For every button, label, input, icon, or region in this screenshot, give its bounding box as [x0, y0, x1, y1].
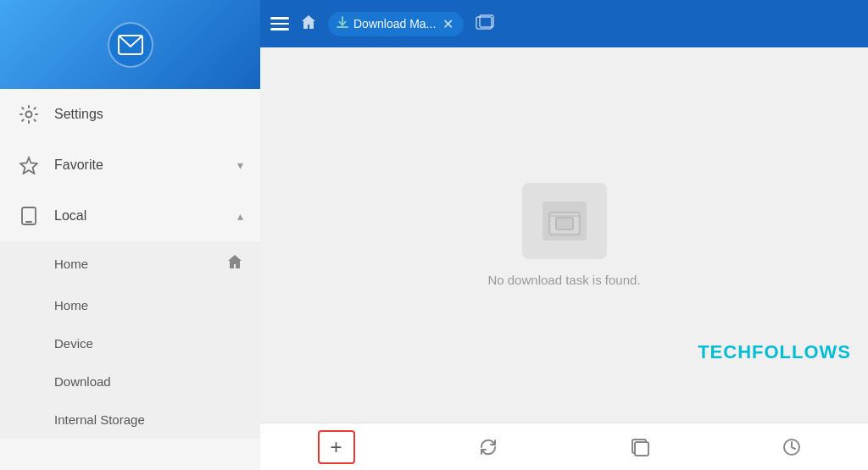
add-button-wrapper: + [311, 429, 362, 466]
svg-marker-2 [20, 158, 37, 174]
sidebar-item-settings[interactable]: Settings [0, 89, 260, 140]
new-tab-button[interactable] [472, 9, 498, 38]
home2-label: Home [54, 298, 243, 312]
topbar: Download Ma... ✕ [260, 0, 868, 47]
sidebar-subitem-device[interactable]: Device [0, 324, 260, 362]
mail-icon [118, 35, 143, 55]
bottom-toolbar: + [260, 423, 868, 470]
layers-button[interactable] [615, 429, 665, 466]
sidebar-nav: Settings Favorite ▾ Local ▴ [0, 89, 260, 470]
download-label: Download [54, 374, 243, 389]
sidebar-header [0, 0, 260, 89]
svg-point-1 [26, 112, 32, 118]
avatar [108, 22, 153, 68]
home-button[interactable] [298, 11, 320, 37]
internal-storage-label: Internal Storage [54, 412, 243, 427]
sidebar-subitem-internal-storage[interactable]: Internal Storage [0, 401, 260, 439]
download-manager-tab[interactable]: Download Ma... ✕ [328, 12, 464, 36]
phone-icon [17, 204, 41, 228]
main-content: Download Ma... ✕ No download tas [260, 0, 868, 470]
sidebar-subitem-home2[interactable]: Home [0, 286, 260, 324]
sidebar-item-favorite[interactable]: Favorite ▾ [0, 140, 260, 191]
menu-button[interactable] [270, 17, 289, 30]
layers-icon [630, 437, 650, 457]
tab-close-button[interactable]: ✕ [442, 16, 453, 32]
chevron-up-icon: ▴ [237, 209, 243, 223]
home1-label: Home [54, 257, 226, 271]
download-tab-icon [337, 16, 348, 31]
local-label: Local [54, 208, 237, 224]
empty-folder-icon [542, 202, 587, 241]
svg-rect-11 [635, 442, 648, 456]
sidebar: Settings Favorite ▾ Local ▴ [0, 0, 260, 470]
clock-icon [782, 437, 802, 457]
sidebar-subitem-download[interactable]: Download [0, 362, 260, 401]
sidebar-item-local[interactable]: Local ▴ [0, 191, 260, 241]
refresh-button[interactable] [463, 429, 514, 466]
add-button[interactable]: + [318, 430, 355, 464]
clock-button[interactable] [766, 429, 817, 466]
favorite-label: Favorite [54, 158, 237, 173]
sidebar-subitem-home1[interactable]: Home [0, 241, 260, 286]
chevron-down-icon: ▾ [237, 158, 243, 172]
star-icon [17, 153, 41, 177]
refresh-icon [478, 437, 498, 457]
home-icon [226, 253, 243, 274]
plus-icon: + [331, 437, 342, 457]
gear-icon [17, 102, 41, 126]
tab-label: Download Ma... [353, 17, 436, 30]
device-label: Device [54, 336, 243, 351]
empty-message: No download task is found. [487, 273, 640, 287]
watermark: TECHFOLLOWS [698, 341, 851, 363]
content-area: No download task is found. TECHFOLLOWS [260, 47, 868, 423]
settings-label: Settings [54, 107, 243, 122]
empty-state: No download task is found. [487, 183, 640, 287]
empty-icon-box [522, 183, 607, 259]
svg-rect-9 [556, 218, 573, 229]
